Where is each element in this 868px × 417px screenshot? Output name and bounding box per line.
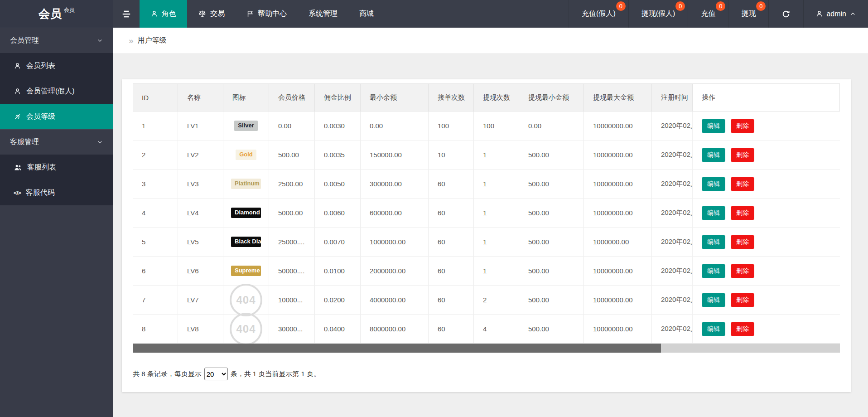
delete-button[interactable]: 删除 [731,206,754,220]
sidebar-group-member-manage[interactable]: 会员管理 [0,28,113,53]
actions-cell: 编辑删除 [692,286,840,314]
orders-cell: 60 [429,199,474,227]
tab-help-center[interactable]: 帮助中心 [236,0,298,28]
withdraw_count-cell: 2 [474,286,519,314]
withdraw_min-cell: 0.00 [519,112,584,140]
sidebar-group-service-manage[interactable]: 客服管理 [0,129,113,155]
delete-button[interactable]: 删除 [731,264,754,278]
nav-tabs: 角色交易帮助中心系统管理商城 [140,0,385,28]
count-badge: 0 [756,1,766,11]
sidebar-item-service-code[interactable]: </>客服代码 [0,180,113,205]
action-label: 充值 [701,9,715,19]
edit-button[interactable]: 编辑 [702,119,725,133]
pagination-suffix: 条，共 1 页当前显示第 1 页。 [231,370,320,378]
level-icon-cell: Platinum [223,170,269,198]
user-level-table: ID名称图标会员价格佣金比例最小余额接单次数提现次数提现最小金额提现最大金额注册… [133,83,840,344]
nav-right: 充值(假人)0提现(假人)0充值0提现0 admin [569,0,868,28]
column-header: 佣金比例 [315,84,361,111]
chevron-down-icon [96,37,103,44]
name-cell: LV4 [178,199,223,227]
delete-button[interactable]: 删除 [731,293,754,307]
delete-button[interactable]: 删除 [731,119,754,133]
level-badge-image: Diamond [231,208,261,218]
reg_time-cell: 2020年02月 [652,112,692,140]
id-cell: 1 [133,112,178,140]
id-cell: 2 [133,141,178,169]
delete-button[interactable]: 删除 [731,322,754,336]
withdraw_max-cell: 10000000.00 [584,112,652,140]
edit-button[interactable]: 编辑 [702,177,725,191]
withdraw_max-cell: 10000000.00 [584,315,652,343]
count-badge: 0 [716,1,725,11]
pagination: 共 8 条记录，每页显示 20 条，共 1 页当前显示第 1 页。 [133,368,840,380]
delete-button[interactable]: 删除 [731,177,754,191]
price-cell: 50000.... [269,257,315,285]
action-withdraw[interactable]: 提现0 [728,0,768,28]
sidebar-item-member-manage-fake[interactable]: 会员管理(假人) [0,78,113,104]
flag-icon [246,10,254,18]
edit-button[interactable]: 编辑 [702,235,725,249]
withdraw_count-cell: 4 [474,315,519,343]
action-label: 充值(假人) [582,9,616,19]
sidebar-toggle-button[interactable] [113,0,140,28]
table-row: 6LV6Supreme50000....0.01002000000.006015… [133,257,840,286]
refresh-button[interactable] [768,0,803,28]
side-item-content: 会员管理(假人) [14,87,75,96]
name-cell: LV1 [178,112,223,140]
column-header: 名称 [178,84,223,111]
sidebar: 会员管理会员列表会员管理(假人)会员等级客服管理客服列表</>客服代码 [0,28,113,417]
id-cell: 8 [133,315,178,343]
side-item-label: 客服管理 [10,137,39,147]
edit-button[interactable]: 编辑 [702,206,725,220]
tab-mall[interactable]: 商城 [348,0,385,28]
delete-button[interactable]: 删除 [731,235,754,249]
user-menu[interactable]: admin [803,0,868,28]
count-badge: 0 [616,1,626,11]
sidebar-item-member-level[interactable]: 会员等级 [0,104,113,129]
reg_time-cell: 2020年02月 [652,141,692,169]
withdraw_min-cell: 500.00 [519,141,584,169]
actions-cell: 编辑删除 [692,170,840,198]
content-card: ID名称图标会员价格佣金比例最小余额接单次数提现次数提现最小金额提现最大金额注册… [122,79,851,392]
edit-button[interactable]: 编辑 [702,264,725,278]
action-withdraw-fake[interactable]: 提现(假人)0 [628,0,688,28]
column-header: 注册时间 [652,84,692,111]
tab-system-manage[interactable]: 系统管理 [298,0,348,28]
delete-button[interactable]: 删除 [731,148,754,162]
withdraw_min-cell: 500.00 [519,199,584,227]
price-cell: 2500.00 [269,170,315,198]
hamburger-icon [121,9,131,19]
actions-cell: 编辑删除 [692,228,840,256]
horizontal-scrollbar[interactable] [133,344,840,353]
edit-button[interactable]: 编辑 [702,322,725,336]
edit-button[interactable]: 编辑 [702,293,725,307]
column-header: 图标 [223,84,269,111]
price-cell: 5000.00 [269,199,315,227]
side-item-label: 会员管理 [10,36,39,45]
sidebar-item-service-list[interactable]: 客服列表 [0,155,113,180]
page-size-select[interactable]: 20 [204,368,228,380]
name-cell: LV6 [178,257,223,285]
level-badge-image: Gold [236,150,256,160]
tab-trade[interactable]: 交易 [187,0,236,28]
tab-label: 交易 [210,9,225,19]
tab-role[interactable]: 角色 [140,0,187,28]
commission-cell: 0.0400 [315,315,361,343]
edit-button[interactable]: 编辑 [702,148,725,162]
action-recharge-fake[interactable]: 充值(假人)0 [569,0,628,28]
sidebar-item-member-list[interactable]: 会员列表 [0,53,113,78]
withdraw_max-cell: 10000000.00 [584,170,652,198]
min_balance-cell: 2000000.00 [361,257,429,285]
orders-cell: 10 [429,141,474,169]
orders-cell: 60 [429,170,474,198]
level-icon-cell: Supreme [223,257,269,285]
withdraw_min-cell: 500.00 [519,228,584,256]
action-recharge[interactable]: 充值0 [688,0,728,28]
chevron-down-icon [96,139,103,145]
reg_time-cell: 2020年02月 [652,199,692,227]
level-icon-cell: 404 [223,315,269,343]
side-item-label: 客服代码 [26,188,55,198]
scrollbar-thumb[interactable] [133,344,661,353]
withdraw_max-cell: 10000000.00 [584,257,652,285]
withdraw_count-cell: 1 [474,170,519,198]
